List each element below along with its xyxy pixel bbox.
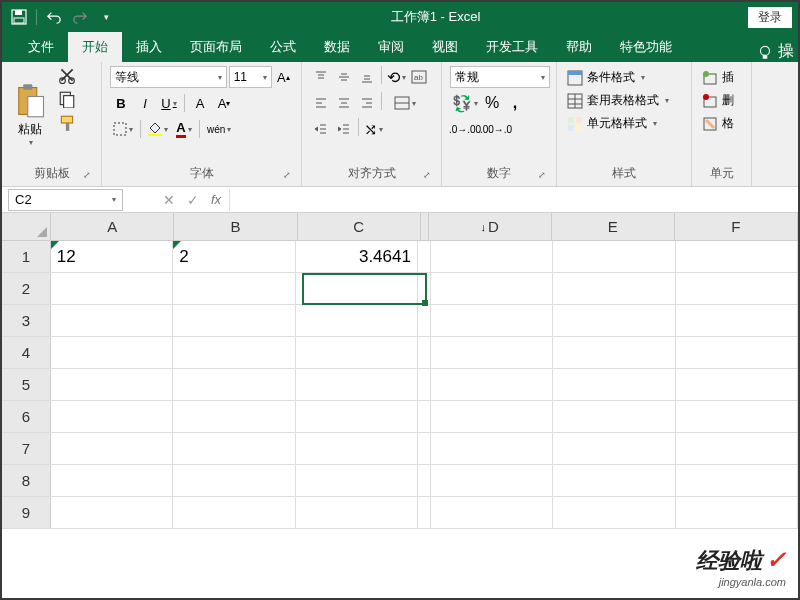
cell-B8[interactable] [173,465,295,496]
accounting-format-icon[interactable]: 💱▾ [450,92,480,114]
merge-cells-icon[interactable]: ▾ [385,92,425,114]
fx-icon[interactable]: fx [211,192,221,207]
undo-icon[interactable] [45,8,63,26]
cell-E9[interactable] [553,497,675,528]
cell-F2[interactable] [676,273,798,304]
wrap-text-icon[interactable]: ab [408,66,430,88]
decrease-decimal-icon[interactable]: .00→.0 [481,118,511,140]
cell-A6[interactable] [51,401,173,432]
cell-B2[interactable] [173,273,295,304]
cell-A8[interactable] [51,465,173,496]
cell-E5[interactable] [553,369,675,400]
row-header-6[interactable]: 6 [2,401,51,432]
tab-insert[interactable]: 插入 [122,32,176,62]
cell-D3[interactable] [431,305,553,336]
cell-A1[interactable]: 12 [51,241,173,272]
increase-indent-icon[interactable] [333,118,355,140]
tab-developer[interactable]: 开发工具 [472,32,552,62]
cell-F6[interactable] [676,401,798,432]
align-bottom-icon[interactable] [356,66,378,88]
col-header-E[interactable]: E [552,213,675,240]
row-header-2[interactable]: 2 [2,273,51,304]
cell-A5[interactable] [51,369,173,400]
percent-icon[interactable]: % [481,92,503,114]
align-middle-icon[interactable] [333,66,355,88]
cell-F4[interactable] [676,337,798,368]
tab-help[interactable]: 帮助 [552,32,606,62]
cell-E6[interactable] [553,401,675,432]
align-center-icon[interactable] [333,92,355,114]
row-header-3[interactable]: 3 [2,305,51,336]
col-header-F[interactable]: F [675,213,798,240]
italic-button[interactable]: I [134,92,156,114]
phonetic-button[interactable]: wén▾ [204,118,234,140]
increase-decimal-icon[interactable]: .0→.00 [450,118,480,140]
font-color-button[interactable]: A▾ [173,118,195,140]
conditional-format-button[interactable]: 条件格式▾ [565,66,683,89]
cell-C3[interactable] [296,305,418,336]
tab-special[interactable]: 特色功能 [606,32,686,62]
cell-C2[interactable] [296,273,418,304]
orientation2-icon[interactable]: ⤭▾ [362,118,384,140]
col-header-B[interactable]: B [174,213,297,240]
paste-button[interactable]: 粘贴 ▾ [10,66,50,163]
cell-narrow-8[interactable] [418,465,431,496]
bold-button[interactable]: B [110,92,132,114]
cell-F1[interactable] [676,241,798,272]
tab-formulas[interactable]: 公式 [256,32,310,62]
underline-button[interactable]: U▾ [158,92,180,114]
tab-file[interactable]: 文件 [14,32,68,62]
cell-C1[interactable]: 3.4641 [296,241,418,272]
insert-cells-button[interactable]: 插 [700,66,743,89]
row-header-4[interactable]: 4 [2,337,51,368]
cell-A7[interactable] [51,433,173,464]
cell-B5[interactable] [173,369,295,400]
cell-narrow-1[interactable] [418,241,431,272]
cell-E3[interactable] [553,305,675,336]
cell-narrow-4[interactable] [418,337,431,368]
cell-E1[interactable] [553,241,675,272]
cell-C5[interactable] [296,369,418,400]
cell-narrow-5[interactable] [418,369,431,400]
cell-narrow-6[interactable] [418,401,431,432]
col-header-C[interactable]: C [298,213,421,240]
dialog-launcher-font[interactable]: ⤢ [281,170,293,182]
cancel-formula-icon[interactable]: ✕ [163,192,175,208]
row-header-1[interactable]: 1 [2,241,51,272]
cell-B3[interactable] [173,305,295,336]
cell-B4[interactable] [173,337,295,368]
save-icon[interactable] [10,8,28,26]
decrease-indent-icon[interactable] [310,118,332,140]
cell-D8[interactable] [431,465,553,496]
delete-cells-button[interactable]: 删 [700,89,743,112]
cell-E7[interactable] [553,433,675,464]
comma-icon[interactable]: , [504,92,526,114]
increase-font-icon[interactable]: A▴ [274,66,293,88]
cell-B6[interactable] [173,401,295,432]
qat-customize-icon[interactable]: ▾ [97,8,115,26]
cell-narrow-9[interactable] [418,497,431,528]
redo-icon[interactable] [71,8,89,26]
cell-C4[interactable] [296,337,418,368]
select-all-corner[interactable] [2,213,51,240]
cell-styles-button[interactable]: 单元格样式▾ [565,112,683,135]
row-header-7[interactable]: 7 [2,433,51,464]
tab-page-layout[interactable]: 页面布局 [176,32,256,62]
format-painter-icon[interactable] [58,114,76,132]
number-format-select[interactable]: 常规▾ [450,66,550,88]
cell-F3[interactable] [676,305,798,336]
cell-B9[interactable] [173,497,295,528]
cell-D2[interactable] [431,273,553,304]
login-button[interactable]: 登录 [748,7,792,28]
fill-color-button[interactable]: ▾ [145,118,171,140]
align-right-icon[interactable] [356,92,378,114]
tab-view[interactable]: 视图 [418,32,472,62]
cell-D9[interactable] [431,497,553,528]
cell-B1[interactable]: 2 [173,241,295,272]
cell-F9[interactable] [676,497,798,528]
cell-F8[interactable] [676,465,798,496]
dialog-launcher-clipboard[interactable]: ⤢ [81,170,93,182]
cell-D5[interactable] [431,369,553,400]
cut-icon[interactable] [58,66,76,84]
tab-home[interactable]: 开始 [68,32,122,62]
